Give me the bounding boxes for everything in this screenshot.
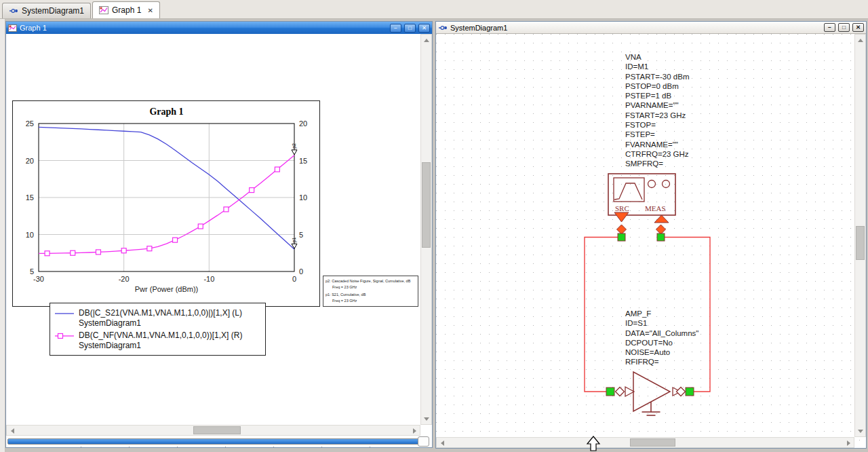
scrollbar-thumb[interactable] bbox=[422, 162, 431, 248]
vna-meas-node-diamond bbox=[656, 225, 666, 234]
maximize-button[interactable]: □ bbox=[838, 23, 850, 32]
scroll-right-icon[interactable] bbox=[844, 438, 854, 448]
close-button[interactable]: ✕ bbox=[852, 23, 864, 32]
tab-graph1[interactable]: Graph 1 ✕ bbox=[92, 1, 160, 18]
svg-text:10: 10 bbox=[299, 193, 307, 202]
vna-meas-label: MEAS bbox=[645, 204, 666, 212]
svg-text:-30: -30 bbox=[33, 275, 44, 283]
scroll-down-icon[interactable] bbox=[421, 414, 431, 424]
graph-horizontal-scrollbar[interactable] bbox=[6, 425, 420, 436]
svg-text:Graph 1: Graph 1 bbox=[149, 107, 183, 117]
scroll-left-icon[interactable] bbox=[437, 438, 447, 448]
chart-canvas: Graph 151015202505101520-30-20-100Pwr (P… bbox=[13, 101, 321, 307]
schematic-window-icon bbox=[438, 24, 448, 32]
annotation-detail: Freq = 23 GHz bbox=[326, 284, 416, 290]
svg-text:-20: -20 bbox=[119, 275, 130, 283]
svg-text:5: 5 bbox=[299, 231, 303, 239]
scroll-down-icon[interactable] bbox=[855, 426, 865, 436]
scroll-up-icon[interactable] bbox=[421, 35, 431, 45]
svg-text:-10: -10 bbox=[203, 275, 214, 283]
tab-systemdiagram1[interactable]: SystemDiagram1 bbox=[2, 3, 91, 18]
svg-text:20: 20 bbox=[299, 119, 307, 128]
annotation-line: p1: S21, Cumulative, dB bbox=[326, 292, 416, 298]
graph-icon bbox=[99, 6, 108, 14]
tab-label: Graph 1 bbox=[112, 5, 141, 15]
vna-meas-port-arrow bbox=[654, 215, 669, 223]
legend-measurement-label: DB(|C_S21(VNA.M1,VNA.M1,1,0,0)|)[1,X] (L… bbox=[79, 308, 242, 318]
svg-text:0: 0 bbox=[292, 275, 296, 283]
annotation-detail: Freq = 23 GHz bbox=[326, 298, 416, 304]
svg-text:20: 20 bbox=[26, 157, 34, 165]
svg-text:25: 25 bbox=[26, 119, 34, 128]
amp-input-diamond bbox=[616, 388, 625, 396]
scrollbar-thumb[interactable] bbox=[856, 226, 865, 260]
amp-input-arrow bbox=[625, 387, 634, 396]
scroll-right-icon[interactable] bbox=[410, 426, 420, 436]
sweep-slider-ruler bbox=[33, 447, 413, 447]
minimize-button[interactable]: − bbox=[390, 24, 401, 33]
legend-measurement-label: DB(C_NF(VNA.M1,VNA.M1,0,1,0,0))[1,X] (R) bbox=[79, 331, 242, 341]
application-window: SystemDiagram1 Graph 1 ✕ Graph 1 − bbox=[0, 0, 868, 452]
graph-vertical-scrollbar[interactable] bbox=[420, 34, 432, 425]
graph-window-body: Graph 151015202505101520-30-20-100Pwr (P… bbox=[6, 34, 432, 447]
schematic-window-titlebar[interactable]: SystemDiagram1 − □ ✕ bbox=[436, 22, 866, 34]
ground-icon bbox=[642, 402, 660, 415]
mdi-workspace: Graph 1 − □ ✕ Graph 151015202505101520-3… bbox=[0, 19, 868, 452]
svg-text:0: 0 bbox=[299, 267, 303, 276]
sweep-slider-row bbox=[7, 438, 429, 446]
amp-triangle bbox=[633, 372, 670, 411]
legend-source-label: SystemDiagram1 bbox=[79, 318, 242, 328]
scrollbar-thumb[interactable] bbox=[193, 426, 241, 434]
schematic-horizontal-scrollbar[interactable] bbox=[436, 437, 854, 448]
vna-symbol[interactable]: SRC MEAS bbox=[608, 174, 675, 241]
schematic-window-title: SystemDiagram1 bbox=[450, 24, 821, 32]
amp-symbol[interactable] bbox=[606, 372, 694, 415]
scroll-left-icon[interactable] bbox=[7, 426, 17, 436]
svg-text:10: 10 bbox=[26, 231, 34, 239]
wire-vna-src-to-amp-input[interactable] bbox=[585, 238, 618, 392]
document-tab-bar: SystemDiagram1 Graph 1 ✕ bbox=[0, 0, 868, 19]
amp-output-diamond bbox=[677, 388, 686, 396]
close-button[interactable]: ✕ bbox=[418, 24, 430, 33]
minimize-button[interactable]: − bbox=[824, 23, 835, 32]
svg-text:15: 15 bbox=[299, 157, 307, 165]
sweep-slider-handle[interactable] bbox=[418, 436, 429, 447]
scroll-up-icon[interactable] bbox=[855, 35, 865, 45]
svg-text:Pwr (Power (dBm)): Pwr (Power (dBm)) bbox=[135, 285, 199, 293]
graph-window: Graph 1 − □ ✕ Graph 151015202505101520-3… bbox=[5, 21, 433, 448]
svg-text:p1: p1 bbox=[292, 237, 297, 242]
graph-window-titlebar[interactable]: Graph 1 − □ ✕ bbox=[6, 22, 432, 34]
scrollbar-thumb[interactable] bbox=[630, 438, 675, 447]
svg-text:p2: p2 bbox=[292, 143, 297, 149]
legend-sample-line bbox=[54, 309, 75, 318]
vna-src-node-diamond bbox=[617, 225, 627, 234]
vna-meas-port[interactable] bbox=[657, 233, 665, 241]
schematic-window: SystemDiagram1 − □ ✕ VNAID=M1PSTART=-30 … bbox=[435, 21, 867, 449]
graph-window-icon bbox=[8, 24, 17, 32]
vna-meas-dial-icon bbox=[663, 181, 670, 188]
legend-source-label: SystemDiagram1 bbox=[79, 341, 242, 351]
maximize-button[interactable]: □ bbox=[404, 24, 416, 33]
marker-annotation-box[interactable]: p2: Cascaded Noise Figure, Signal, Cumul… bbox=[323, 276, 418, 307]
vna-source-display bbox=[614, 178, 644, 202]
chart-legend[interactable]: DB(|C_S21(VNA.M1,VNA.M1,1,0,0)|)[1,X] (L… bbox=[50, 303, 266, 356]
amp-output-port[interactable] bbox=[686, 388, 694, 396]
graph-window-title: Graph 1 bbox=[20, 24, 387, 32]
tab-label: SystemDiagram1 bbox=[22, 6, 84, 16]
svg-text:15: 15 bbox=[26, 193, 34, 202]
tab-close-icon[interactable]: ✕ bbox=[147, 7, 153, 14]
schematic-canvas[interactable]: VNAID=M1PSTART=-30 dBmPSTOP=0 dBmPSTEP=1… bbox=[436, 34, 866, 448]
vna-pulse-waveform-icon bbox=[614, 183, 642, 200]
vna-meas-dial-icon bbox=[648, 181, 656, 188]
chart-plot: Graph 151015202505101520-30-20-100Pwr (P… bbox=[12, 100, 320, 307]
annotation-line: p2: Cascaded Noise Figure, Signal, Cumul… bbox=[326, 278, 416, 284]
vna-src-label: SRC bbox=[615, 204, 629, 212]
legend-entry[interactable]: DB(|C_S21(VNA.M1,VNA.M1,1,0,0)|)[1,X] (L… bbox=[54, 308, 261, 328]
wire-amp-output-to-vna-meas[interactable] bbox=[665, 238, 710, 392]
vna-src-port[interactable] bbox=[618, 233, 625, 241]
schematic-vertical-scrollbar[interactable] bbox=[854, 34, 866, 437]
legend-entry[interactable]: DB(C_NF(VNA.M1,VNA.M1,0,1,0,0))[1,X] (R)… bbox=[54, 331, 261, 351]
sweep-slider-track[interactable] bbox=[7, 438, 427, 445]
amp-input-port[interactable] bbox=[606, 388, 614, 396]
vna-src-port-arrow bbox=[614, 212, 629, 222]
